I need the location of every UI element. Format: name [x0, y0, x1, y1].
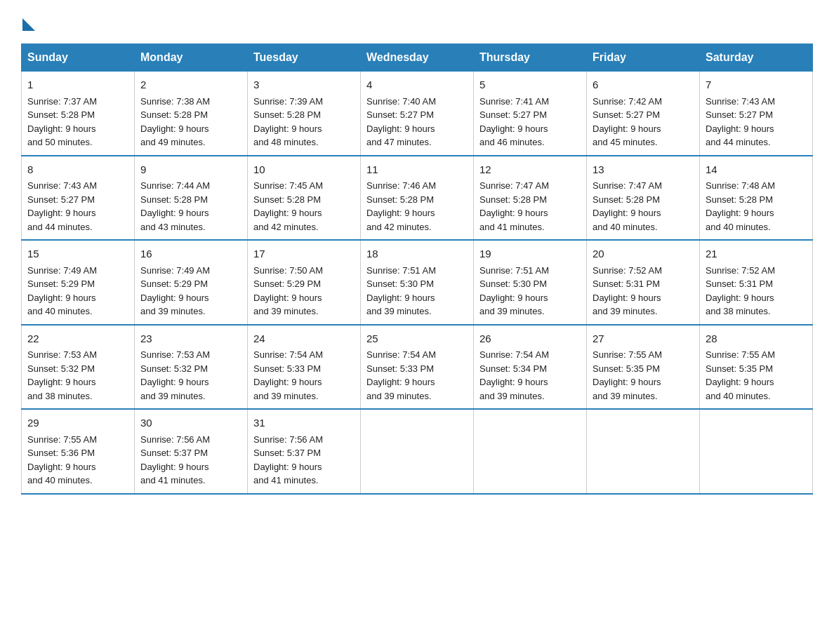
day-sunset: Sunset: 5:31 PM: [593, 277, 694, 291]
calendar-cell: 2 Sunrise: 7:38 AM Sunset: 5:28 PM Dayli…: [135, 72, 248, 156]
calendar-cell: 18 Sunrise: 7:51 AM Sunset: 5:30 PM Dayl…: [361, 240, 474, 325]
day-number: 25: [366, 331, 468, 347]
day-daylight: Daylight: 9 hours: [479, 206, 581, 220]
day-daylight: Daylight: 9 hours: [479, 122, 581, 136]
day-daylight: Daylight: 9 hours: [27, 460, 128, 474]
day-number: 29: [27, 415, 128, 431]
day-sunset: Sunset: 5:27 PM: [27, 193, 128, 207]
calendar-cell: 19 Sunrise: 7:51 AM Sunset: 5:30 PM Dayl…: [474, 240, 587, 325]
day-sunrise: Sunrise: 7:43 AM: [27, 179, 128, 193]
day-number: 6: [593, 77, 694, 93]
day-number: 16: [140, 246, 241, 262]
calendar-cell: 5 Sunrise: 7:41 AM Sunset: 5:27 PM Dayli…: [474, 72, 587, 156]
day-daylight-cont: and 44 minutes.: [27, 220, 128, 234]
day-number: 17: [253, 246, 355, 262]
day-sunset: Sunset: 5:37 PM: [253, 446, 355, 460]
day-number: 3: [253, 77, 355, 93]
day-number: 5: [479, 77, 581, 93]
day-number: 23: [140, 331, 241, 347]
day-sunrise: Sunrise: 7:54 AM: [479, 348, 581, 362]
day-number: 24: [253, 331, 355, 347]
calendar-cell: 23 Sunrise: 7:53 AM Sunset: 5:32 PM Dayl…: [135, 325, 248, 410]
day-sunrise: Sunrise: 7:53 AM: [140, 348, 241, 362]
day-number: 9: [140, 162, 241, 178]
day-sunrise: Sunrise: 7:52 AM: [706, 264, 807, 278]
day-sunrise: Sunrise: 7:46 AM: [366, 179, 468, 193]
day-daylight: Daylight: 9 hours: [706, 206, 807, 220]
calendar-cell: 9 Sunrise: 7:44 AM Sunset: 5:28 PM Dayli…: [135, 156, 248, 241]
calendar-cell: 29 Sunrise: 7:55 AM Sunset: 5:36 PM Dayl…: [22, 409, 135, 494]
calendar-cell: 11 Sunrise: 7:46 AM Sunset: 5:28 PM Dayl…: [361, 156, 474, 241]
calendar-header-friday: Friday: [587, 44, 700, 72]
page-header: [21, 14, 813, 31]
day-sunrise: Sunrise: 7:56 AM: [140, 433, 241, 447]
calendar-cell: 15 Sunrise: 7:49 AM Sunset: 5:29 PM Dayl…: [22, 240, 135, 325]
day-sunrise: Sunrise: 7:50 AM: [253, 264, 355, 278]
day-daylight-cont: and 47 minutes.: [366, 135, 468, 149]
calendar-cell: 26 Sunrise: 7:54 AM Sunset: 5:34 PM Dayl…: [474, 325, 587, 410]
day-number: 4: [366, 77, 468, 93]
calendar-cell: 8 Sunrise: 7:43 AM Sunset: 5:27 PM Dayli…: [22, 156, 135, 241]
day-daylight-cont: and 46 minutes.: [479, 135, 581, 149]
day-sunrise: Sunrise: 7:40 AM: [366, 95, 468, 109]
day-number: 27: [593, 331, 694, 347]
day-sunrise: Sunrise: 7:37 AM: [27, 95, 128, 109]
day-daylight: Daylight: 9 hours: [593, 206, 694, 220]
day-sunset: Sunset: 5:28 PM: [253, 193, 355, 207]
day-number: 7: [706, 77, 807, 93]
day-sunrise: Sunrise: 7:55 AM: [27, 433, 128, 447]
calendar-cell: 25 Sunrise: 7:54 AM Sunset: 5:33 PM Dayl…: [361, 325, 474, 410]
day-daylight: Daylight: 9 hours: [706, 291, 807, 305]
day-sunset: Sunset: 5:35 PM: [706, 362, 807, 376]
day-daylight: Daylight: 9 hours: [593, 291, 694, 305]
day-daylight-cont: and 41 minutes.: [140, 474, 241, 488]
day-sunset: Sunset: 5:34 PM: [479, 362, 581, 376]
day-sunset: Sunset: 5:29 PM: [140, 277, 241, 291]
day-number: 26: [479, 331, 581, 347]
day-daylight-cont: and 42 minutes.: [253, 220, 355, 234]
calendar-cell: 17 Sunrise: 7:50 AM Sunset: 5:29 PM Dayl…: [248, 240, 361, 325]
day-daylight-cont: and 39 minutes.: [253, 389, 355, 403]
day-sunset: Sunset: 5:30 PM: [479, 277, 581, 291]
day-daylight-cont: and 50 minutes.: [27, 135, 128, 149]
logo-triangle-icon: [22, 18, 35, 31]
day-daylight-cont: and 39 minutes.: [366, 304, 468, 318]
day-daylight: Daylight: 9 hours: [27, 206, 128, 220]
calendar-cell: [587, 409, 700, 494]
day-daylight-cont: and 40 minutes.: [706, 389, 807, 403]
calendar-cell: [361, 409, 474, 494]
day-daylight: Daylight: 9 hours: [27, 122, 128, 136]
calendar-cell: 28 Sunrise: 7:55 AM Sunset: 5:35 PM Dayl…: [700, 325, 813, 410]
day-sunset: Sunset: 5:33 PM: [366, 362, 468, 376]
day-daylight: Daylight: 9 hours: [253, 206, 355, 220]
day-daylight-cont: and 44 minutes.: [706, 135, 807, 149]
day-daylight: Daylight: 9 hours: [253, 291, 355, 305]
day-daylight-cont: and 40 minutes.: [706, 220, 807, 234]
day-daylight: Daylight: 9 hours: [593, 375, 694, 389]
day-daylight-cont: and 41 minutes.: [253, 474, 355, 488]
day-sunset: Sunset: 5:27 PM: [479, 108, 581, 122]
day-sunset: Sunset: 5:28 PM: [140, 193, 241, 207]
day-sunrise: Sunrise: 7:42 AM: [593, 95, 694, 109]
day-number: 28: [706, 331, 807, 347]
day-daylight: Daylight: 9 hours: [27, 375, 128, 389]
day-sunset: Sunset: 5:35 PM: [593, 362, 694, 376]
calendar-header-thursday: Thursday: [474, 44, 587, 72]
day-daylight-cont: and 39 minutes.: [593, 304, 694, 318]
day-daylight-cont: and 39 minutes.: [253, 304, 355, 318]
day-daylight: Daylight: 9 hours: [140, 460, 241, 474]
day-daylight: Daylight: 9 hours: [140, 206, 241, 220]
day-number: 21: [706, 246, 807, 262]
day-sunset: Sunset: 5:28 PM: [706, 193, 807, 207]
day-number: 8: [27, 162, 128, 178]
calendar-week-row: 22 Sunrise: 7:53 AM Sunset: 5:32 PM Dayl…: [22, 325, 813, 410]
day-daylight-cont: and 45 minutes.: [593, 135, 694, 149]
day-sunset: Sunset: 5:27 PM: [366, 108, 468, 122]
day-daylight-cont: and 39 minutes.: [140, 304, 241, 318]
calendar-week-row: 1 Sunrise: 7:37 AM Sunset: 5:28 PM Dayli…: [22, 72, 813, 156]
day-daylight-cont: and 38 minutes.: [27, 389, 128, 403]
day-daylight-cont: and 39 minutes.: [479, 304, 581, 318]
day-daylight: Daylight: 9 hours: [593, 122, 694, 136]
day-daylight-cont: and 39 minutes.: [366, 389, 468, 403]
day-daylight: Daylight: 9 hours: [706, 122, 807, 136]
